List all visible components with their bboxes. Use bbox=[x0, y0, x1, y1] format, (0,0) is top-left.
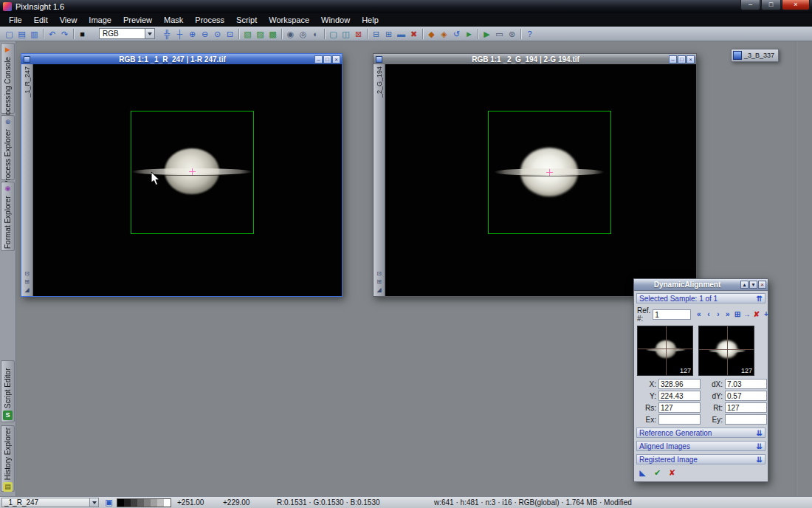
show-samples-icon[interactable]: ⊞ bbox=[733, 310, 741, 319]
view-select[interactable]: _1_R_247 bbox=[1, 498, 99, 507]
history-toolbar-icon[interactable]: ↺ bbox=[450, 28, 463, 40]
close-all-icon[interactable]: ✖ bbox=[407, 28, 420, 40]
sidebar-item-script-editor[interactable]: Script Editor S bbox=[1, 360, 15, 422]
field-ey[interactable] bbox=[725, 414, 767, 425]
expand-icon[interactable]: ⇊ bbox=[757, 456, 763, 464]
view-tab-strip[interactable]: _1_R_247 ⊡⊞◢ bbox=[21, 64, 33, 296]
last-sample-icon[interactable]: » bbox=[723, 310, 732, 319]
delete-preview-icon[interactable]: ⊠ bbox=[352, 28, 365, 40]
goto-sample-icon[interactable]: → bbox=[743, 310, 751, 319]
menu-process[interactable]: Process bbox=[189, 13, 230, 27]
image-window-1-titlebar[interactable]: RGB 1:1 _1_R_247 | 1-R 247.tif –□× bbox=[21, 54, 342, 64]
add-sample-icon[interactable]: + bbox=[762, 310, 770, 319]
ref-number-input[interactable] bbox=[653, 309, 691, 320]
shade-window-icon[interactable]: □ bbox=[678, 55, 686, 64]
image-canvas-1[interactable] bbox=[33, 64, 342, 296]
cancel-icon[interactable]: ✘ bbox=[667, 468, 677, 478]
channel-select[interactable]: RGB bbox=[99, 28, 155, 39]
close-window-icon[interactable]: × bbox=[687, 55, 695, 64]
delete-sample-icon[interactable]: ✘ bbox=[752, 310, 760, 319]
image-window-2-titlebar[interactable]: RGB 1:1 _2_G_194 | 2-G 194.tif –□× bbox=[374, 54, 696, 64]
cascade-windows-icon[interactable]: ⊟ bbox=[370, 28, 382, 40]
sidebar-item-format-explorer[interactable]: ◉ Format Explorer bbox=[1, 182, 15, 251]
sidebar-item-history-explorer[interactable]: History Explorer ▤ bbox=[1, 425, 15, 492]
center-image-icon[interactable]: ┼ bbox=[173, 28, 186, 40]
field-rt[interactable] bbox=[725, 402, 767, 413]
edit-preview-icon[interactable]: ◫ bbox=[340, 28, 352, 40]
view-zoom-icon[interactable]: ⊡ bbox=[376, 271, 382, 277]
script-editor-toolbar-icon[interactable]: ▭ bbox=[493, 28, 506, 40]
maximize-button[interactable]: □ bbox=[761, 0, 781, 10]
image-canvas-2[interactable] bbox=[385, 64, 696, 296]
close-window-icon[interactable]: × bbox=[332, 55, 340, 64]
fit-view-icon[interactable]: ⊡ bbox=[224, 28, 236, 40]
field-dy[interactable] bbox=[725, 391, 767, 401]
section-aligned-images[interactable]: Aligned Images ⇊ bbox=[636, 441, 765, 451]
close-button[interactable]: × bbox=[782, 0, 810, 10]
shade-swatch[interactable] bbox=[131, 499, 137, 507]
zoom-out-icon[interactable]: ⊖ bbox=[199, 28, 211, 40]
image-window-1[interactable]: RGB 1:1 _1_R_247 | 1-R 247.tif –□× _1_R_… bbox=[21, 53, 343, 297]
new-image-icon[interactable]: ▢ bbox=[3, 28, 16, 40]
readout-preview-icon[interactable]: ◉ bbox=[284, 28, 297, 40]
channel-select-arrow[interactable] bbox=[145, 29, 154, 38]
sidebar-item-processing-console[interactable]: ▶ Processing Console bbox=[1, 43, 15, 114]
shade-window-icon[interactable]: □ bbox=[323, 55, 331, 64]
mask-color-icon[interactable]: ■ bbox=[76, 28, 89, 40]
undo-icon[interactable]: ↶ bbox=[46, 28, 58, 40]
view-tab-strip[interactable]: _2_G_194 ⊡⊞◢ bbox=[374, 64, 385, 296]
zoom-1-1-icon[interactable]: ⊙ bbox=[211, 28, 224, 40]
iconize-window-icon[interactable]: – bbox=[314, 55, 323, 64]
menu-view[interactable]: View bbox=[54, 13, 83, 27]
view-sync-icon[interactable]: ⊞ bbox=[24, 279, 30, 285]
dialog-shade-button[interactable]: ▴ bbox=[740, 281, 749, 289]
preferences-icon[interactable]: ⊛ bbox=[506, 28, 518, 40]
first-sample-icon[interactable]: « bbox=[695, 310, 703, 319]
section-reference-generation[interactable]: Reference Generation ⇊ bbox=[636, 428, 765, 438]
field-rs[interactable] bbox=[658, 402, 701, 413]
os-titlebar[interactable]: PixInsight 1.6 –□× bbox=[0, 0, 812, 13]
help-icon[interactable]: ? bbox=[523, 28, 536, 40]
shade-swatch[interactable] bbox=[164, 499, 171, 507]
field-x[interactable] bbox=[658, 379, 701, 389]
dialog-iconize-button[interactable]: ▾ bbox=[749, 281, 757, 289]
shade-swatch[interactable] bbox=[157, 499, 164, 507]
strip-resize-icon[interactable]: ◢ bbox=[24, 287, 30, 293]
readout-mode-icon[interactable]: ▣ bbox=[103, 497, 114, 508]
save-image-icon[interactable]: ▥ bbox=[28, 28, 41, 40]
zoom-in-icon[interactable]: ⊕ bbox=[186, 28, 199, 40]
view-select-arrow[interactable] bbox=[89, 498, 98, 507]
collapse-icon[interactable]: ⇈ bbox=[757, 295, 763, 303]
menu-workspace[interactable]: Workspace bbox=[263, 13, 315, 27]
process-explorer-toolbar-icon[interactable]: ◆ bbox=[425, 28, 438, 40]
preview-rectangle[interactable] bbox=[131, 111, 254, 234]
shade-swatch[interactable] bbox=[144, 499, 151, 507]
field-y[interactable] bbox=[658, 391, 701, 401]
iconize-window-icon[interactable]: – bbox=[669, 55, 677, 64]
prev-sample-icon[interactable]: ‹ bbox=[704, 310, 712, 319]
image-window-2[interactable]: RGB 1:1 _2_G_194 | 2-G 194.tif –□× _2_G_… bbox=[373, 53, 697, 297]
tile-windows-icon[interactable]: ⊞ bbox=[382, 28, 395, 40]
shade-swatch[interactable] bbox=[117, 499, 124, 507]
menu-script[interactable]: Script bbox=[230, 13, 263, 27]
menu-mask[interactable]: Mask bbox=[158, 13, 189, 27]
dialog-titlebar[interactable]: DynamicAlignment ▴▾× bbox=[634, 279, 768, 291]
menu-image[interactable]: Image bbox=[83, 13, 117, 27]
apply-icon[interactable]: ✔ bbox=[653, 468, 662, 478]
target-sample-thumbnail[interactable]: 127 bbox=[698, 326, 754, 376]
open-image-icon[interactable]: ▤ bbox=[16, 28, 28, 40]
stf-edit-icon[interactable]: ▨ bbox=[254, 28, 266, 40]
blink-icon[interactable]: ► bbox=[463, 28, 475, 40]
redo-icon[interactable]: ↷ bbox=[58, 28, 71, 40]
shade-swatch[interactable] bbox=[124, 499, 131, 507]
color-management-icon[interactable]: ◐ bbox=[309, 28, 322, 40]
menu-preview[interactable]: Preview bbox=[117, 13, 158, 27]
view-zoom-icon[interactable]: ⊡ bbox=[24, 271, 30, 277]
pan-mode-icon[interactable]: ╬ bbox=[161, 28, 173, 40]
iconize-all-icon[interactable]: ▬ bbox=[395, 28, 407, 40]
sidebar-item-process-explorer[interactable]: ⊛ Process Explorer bbox=[1, 115, 15, 180]
source-sample-thumbnail[interactable]: 127 bbox=[637, 326, 693, 376]
process-container-icon[interactable]: ◈ bbox=[438, 28, 450, 40]
expand-icon[interactable]: ⇊ bbox=[757, 442, 763, 450]
minimize-button[interactable]: – bbox=[740, 0, 760, 10]
